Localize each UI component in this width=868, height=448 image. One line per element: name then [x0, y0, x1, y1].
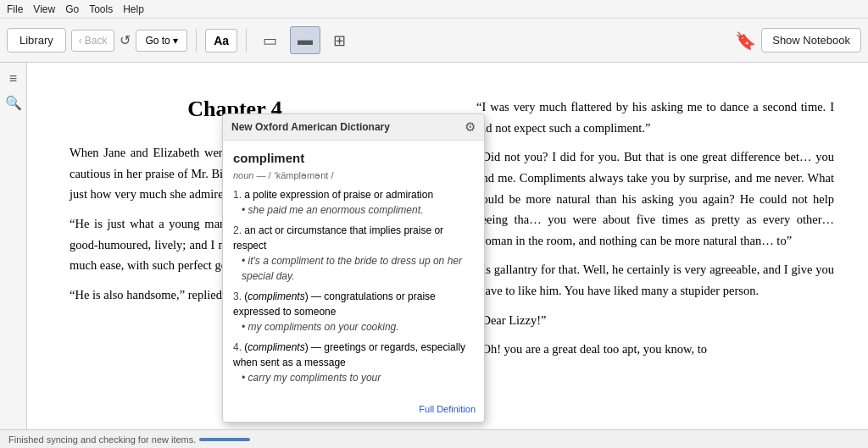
- refresh-button[interactable]: ↺: [120, 32, 131, 48]
- dict-example-2: • it's a compliment to the bride to dres…: [233, 253, 474, 284]
- dict-def-text-1: a polite expression of praise or admirat…: [244, 189, 433, 201]
- dict-def-1: 1. a polite expression of praise or admi…: [233, 187, 474, 218]
- dict-def-4: 4. (compliments) — greetings or regards,…: [233, 340, 474, 385]
- font-button[interactable]: Aa: [205, 29, 237, 53]
- dict-def-num-2: 2.: [233, 224, 244, 236]
- search-icon[interactable]: 🔍: [5, 95, 22, 111]
- dict-settings-button[interactable]: ⚙: [465, 119, 476, 135]
- dict-def-text-2: an act or circumstance that implies prai…: [233, 224, 443, 252]
- separator: [196, 29, 197, 53]
- grid-view-icon: ⊞: [333, 32, 346, 49]
- back-label: Back: [85, 35, 108, 47]
- dict-def-3: 3. (compliments) — congratulations or pr…: [233, 289, 474, 335]
- back-button[interactable]: ‹ Back: [71, 30, 115, 52]
- dict-pos: noun: [233, 170, 253, 180]
- menu-tools[interactable]: Tools: [89, 3, 113, 15]
- full-definition-link[interactable]: Full Definition: [419, 404, 476, 414]
- single-page-icon: ▭: [263, 32, 277, 49]
- library-button[interactable]: Library: [7, 28, 66, 53]
- dict-def-text-3: (compliments) — congratulations or prais…: [233, 290, 436, 318]
- dict-header: New Oxford American Dictionary ⚙: [223, 114, 484, 141]
- dict-def-2: 2. an act or circumstance that implies p…: [233, 223, 474, 284]
- right-paragraph-3: his gallantry for that. Well, he certain…: [476, 259, 834, 301]
- dict-example-4: • carry my compliments to your: [233, 370, 474, 385]
- bookmark-button[interactable]: 🔖: [735, 30, 756, 51]
- dict-example-1: • she paid me an enormous compliment.: [233, 202, 474, 218]
- book-view-icon: ▬: [298, 31, 313, 48]
- right-paragraph-5: “Oh! you are a great deal too apt, you k…: [476, 339, 834, 360]
- view-single-button[interactable]: ▭: [255, 26, 285, 55]
- chevron-left-icon: ‹: [79, 35, 82, 47]
- content-area: Chapter 4 When Jane and Elizabeth were a…: [27, 63, 868, 429]
- dict-phonetic-text: / ˈkämpləmənt /: [269, 170, 334, 180]
- dict-body: compliment noun — / ˈkämpləmənt / 1. a p…: [223, 141, 484, 399]
- main-area: ≡ 🔍 Chapter 4 When Jane and Elizabeth we…: [0, 63, 868, 429]
- menu-bar: File View Go Tools Help: [0, 0, 868, 19]
- menu-go[interactable]: Go: [65, 3, 79, 15]
- status-text: Finished syncing and checking for new it…: [8, 434, 196, 445]
- status-bar: Finished syncing and checking for new it…: [0, 429, 868, 448]
- toolbar: Library ‹ Back ↺ Go to ▾ Aa ▭ ▬ ⊞ 🔖 Show…: [0, 19, 868, 63]
- menu-help[interactable]: Help: [123, 3, 144, 15]
- dict-def-num-3: 3.: [233, 290, 244, 302]
- dict-footer: Full Definition: [223, 399, 484, 422]
- dict-title: New Oxford American Dictionary: [231, 121, 390, 133]
- dictionary-popup: New Oxford American Dictionary ⚙ complim…: [222, 113, 485, 423]
- right-paragraph-4: “Dear Lizzy!”: [476, 310, 834, 331]
- show-notebook-button[interactable]: Show Notebook: [761, 28, 861, 53]
- goto-button[interactable]: Go to ▾: [136, 30, 187, 52]
- sidebar-left: ≡ 🔍: [0, 63, 27, 429]
- menu-view[interactable]: View: [33, 3, 55, 15]
- sync-progress-bar: [199, 438, 250, 441]
- menu-icon[interactable]: ≡: [9, 71, 17, 86]
- dict-def-num-4: 4.: [233, 341, 244, 353]
- right-paragraph-1: “I was very much flattered by his asking…: [476, 97, 834, 138]
- dict-def-text-4: (compliments) — greetings or regards, es…: [233, 341, 465, 368]
- dict-example-3: • my compliments on your cooking.: [233, 319, 474, 335]
- dict-phonetic: noun — / ˈkämpləmənt /: [233, 169, 474, 183]
- separator2: [246, 29, 247, 53]
- dict-def-num-1: 1.: [233, 189, 244, 201]
- bookmark-icon: 🔖: [735, 31, 756, 50]
- dict-word: compliment: [233, 149, 474, 169]
- menu-file[interactable]: File: [7, 3, 23, 15]
- view-grid-button[interactable]: ⊞: [326, 26, 353, 55]
- view-book-button[interactable]: ▬: [290, 26, 320, 54]
- right-paragraph-2: “Did not you? I did for you. But that is…: [476, 147, 834, 251]
- book-page-right: “I was very much flattered by his asking…: [442, 63, 868, 429]
